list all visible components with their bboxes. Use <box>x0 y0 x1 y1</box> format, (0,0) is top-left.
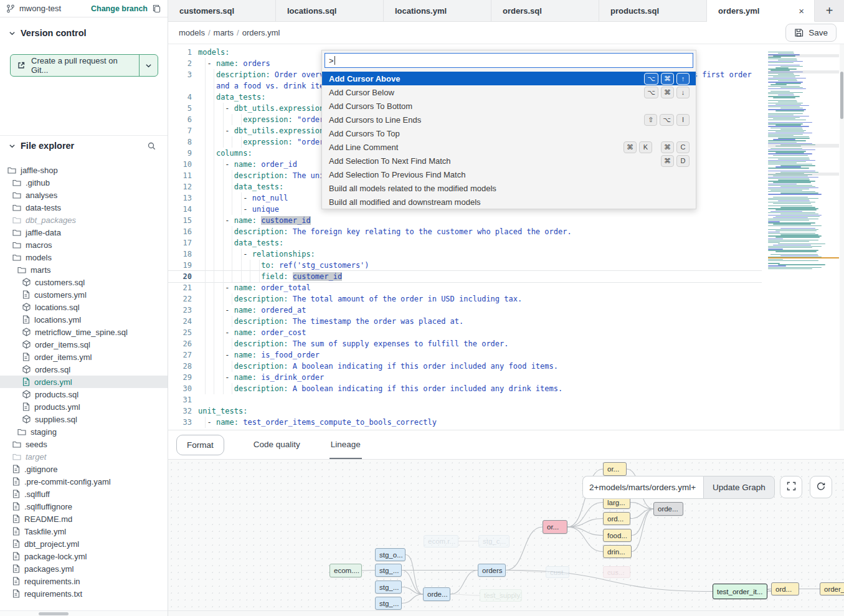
create-pr-button[interactable]: Create a pull request on Git... <box>10 54 158 77</box>
version-control-header[interactable]: Version control <box>9 28 158 38</box>
tree-item-locations.yml[interactable]: locations.yml <box>0 313 168 326</box>
tree-item-packages.yml[interactable]: packages.yml <box>0 562 168 575</box>
graph-node-f_supply[interactable]: test_supply... <box>480 589 522 602</box>
graph-node-ord1[interactable]: ord... <box>603 512 630 525</box>
code-line[interactable]: 30 description: A boolean indicating if … <box>168 383 844 394</box>
tree-item-package-lock.yml[interactable]: package-lock.yml <box>0 550 168 562</box>
graph-node-ord2[interactable]: ord... <box>771 582 799 595</box>
lineage-selector-input[interactable]: 2+models/marts/orders.yml+ <box>582 476 703 499</box>
command-item[interactable]: Add Selection To Previous Find Match <box>322 168 696 181</box>
editor-scrollbar[interactable] <box>840 44 844 430</box>
code-line[interactable]: 31 <box>168 394 844 405</box>
tab-products.sql[interactable]: products.sql <box>599 0 707 21</box>
graph-node-f_ecomr[interactable]: ecom.r... <box>424 535 458 547</box>
code-line[interactable]: 33 - name: test_order_items_compute_to_b… <box>168 417 844 428</box>
tree-item-staging[interactable]: staging <box>0 425 168 438</box>
tree-item-README.md[interactable]: README.md <box>0 513 168 525</box>
lineage-canvas[interactable]: or...larg...ord...food...drin...or...ord… <box>168 459 844 610</box>
breadcrumb-part[interactable]: models <box>179 28 205 37</box>
code-line[interactable]: 24 description: The timestamp the order … <box>168 316 844 327</box>
fullscreen-button[interactable] <box>780 476 802 498</box>
tree-item-order_items.yml[interactable]: order_items.yml <box>0 351 168 363</box>
code-line[interactable]: 28 description: A boolean indicating if … <box>168 361 844 372</box>
graph-node-food[interactable]: food... <box>603 529 632 542</box>
command-item[interactable]: Add Cursor Above⌥⌘↑ <box>322 72 696 85</box>
tree-item-metricflow_time_spine.sql[interactable]: metricflow_time_spine.sql <box>0 326 168 338</box>
code-line[interactable]: 18 - relationships: <box>168 249 844 260</box>
code-line[interactable]: 29 - name: is_drink_order <box>168 372 844 383</box>
tab-orders.yml[interactable]: orders.yml× <box>707 0 815 22</box>
code-line[interactable]: 27 - name: is_food_order <box>168 349 844 361</box>
graph-node-orders[interactable]: orders <box>478 564 506 577</box>
graph-node-drin[interactable]: drin... <box>603 545 632 558</box>
graph-node-ecom[interactable]: ecom.... <box>330 564 362 577</box>
tree-item-customers.yml[interactable]: customers.yml <box>0 288 168 301</box>
search-icon[interactable] <box>147 141 156 151</box>
change-branch-link[interactable]: Change branch <box>91 4 148 13</box>
tree-item-requirements.in[interactable]: requirements.in <box>0 575 168 587</box>
tree-item-orders.yml[interactable]: orders.yml <box>0 376 168 388</box>
code-line[interactable]: 20 field: customer_id <box>168 271 844 282</box>
breadcrumb-part[interactable]: marts <box>214 28 234 37</box>
code-line[interactable]: 32unit_tests: <box>168 405 844 417</box>
scrollbar-thumb[interactable] <box>39 612 69 615</box>
tree-item-products.sql[interactable]: products.sql <box>0 388 168 400</box>
tab-orders.sql[interactable]: orders.sql <box>491 0 599 21</box>
tree-item-dbt_project.yml[interactable]: dbt_project.yml <box>0 538 168 550</box>
graph-node-test_green[interactable]: test_order_it... <box>713 584 767 599</box>
tree-item-jaffle-data[interactable]: jaffle-data <box>0 226 168 239</box>
tree-item-dbt_packages[interactable]: dbt_packages <box>0 214 168 226</box>
tree-item-supplies.sql[interactable]: supplies.sql <box>0 413 168 425</box>
command-item[interactable]: Build all models related to the modified… <box>322 181 696 195</box>
tab-locations.sql[interactable]: locations.sql <box>276 0 384 21</box>
tree-item-requirements.txt[interactable]: requirements.txt <box>0 587 168 600</box>
code-line[interactable]: 19 to: ref('stg_customers') <box>168 260 844 271</box>
breadcrumb-part[interactable]: orders.yml <box>242 28 280 37</box>
code-line[interactable]: 21 - name: order_total <box>168 282 844 293</box>
code-line[interactable]: 26 description: The sum of supply expens… <box>168 338 844 349</box>
file-explorer-header[interactable]: File explorer <box>9 141 158 151</box>
tab-customers.sql[interactable]: customers.sql <box>168 0 276 21</box>
bottom-horizontal-scrollbar[interactable] <box>168 610 844 616</box>
graph-node-or_top[interactable]: or... <box>603 462 627 476</box>
tree-item-models[interactable]: models <box>0 251 168 263</box>
pr-dropdown-chevron-icon[interactable] <box>139 55 158 76</box>
tree-item-locations.sql[interactable]: locations.sql <box>0 301 168 313</box>
graph-node-order2[interactable]: order_... <box>820 582 844 595</box>
graph-node-stg2[interactable]: stg_... <box>375 580 402 594</box>
format-button[interactable]: Format <box>176 435 224 455</box>
tree-item-customers.sql[interactable]: customers.sql <box>0 276 168 288</box>
close-icon[interactable]: × <box>797 6 805 16</box>
tree-item-data-tests[interactable]: data-tests <box>0 201 168 214</box>
graph-node-orde_gray[interactable]: orde... <box>653 502 683 516</box>
command-item[interactable]: Add Cursors To Bottom <box>322 99 696 113</box>
minimap[interactable] <box>768 50 839 282</box>
tree-item-analyses[interactable]: analyses <box>0 189 168 201</box>
graph-node-stg_o[interactable]: stg_o... <box>375 548 405 561</box>
tree-item-.sqlfluffignore[interactable]: .sqlfluffignore <box>0 500 168 513</box>
command-item[interactable]: Add Selection To Next Find Match⌘D <box>322 154 696 168</box>
tree-item-orders.sql[interactable]: orders.sql <box>0 363 168 376</box>
graph-node-f_cust[interactable]: cust... <box>546 566 569 578</box>
tree-item-products.yml[interactable]: products.yml <box>0 400 168 413</box>
save-button[interactable]: Save <box>785 24 837 42</box>
code-line[interactable]: 23 - name: ordered_at <box>168 305 844 316</box>
code-line[interactable]: 15 - name: customer_id <box>168 215 844 226</box>
tree-item-jaffle-shop[interactable]: jaffle-shop <box>0 164 168 176</box>
code-line[interactable]: 16 description: The foreign key relating… <box>168 226 844 237</box>
tree-item-target[interactable]: target <box>0 450 168 463</box>
tree-item-.pre-commit-config.yaml[interactable]: .pre-commit-config.yaml <box>0 475 168 488</box>
graph-node-stg1[interactable]: stg_... <box>375 564 402 577</box>
command-item[interactable]: Add Line Comment⌘K⌘C <box>322 140 696 154</box>
command-item[interactable]: Add Cursors To Top <box>322 126 696 140</box>
refresh-button[interactable] <box>810 476 832 498</box>
update-graph-button[interactable]: Update Graph <box>703 476 775 499</box>
tree-item-macros[interactable]: macros <box>0 239 168 251</box>
tree-item-marts[interactable]: marts <box>0 263 168 276</box>
tab-lineage[interactable]: Lineage <box>330 430 362 460</box>
tab-locations.yml[interactable]: locations.yml <box>384 0 491 21</box>
code-line[interactable]: 25 - name: order_cost <box>168 327 844 338</box>
sidebar-horizontal-scrollbar[interactable] <box>0 610 168 616</box>
graph-node-f_cus[interactable]: cus... <box>603 566 630 578</box>
code-line[interactable]: 17 data_tests: <box>168 237 844 249</box>
